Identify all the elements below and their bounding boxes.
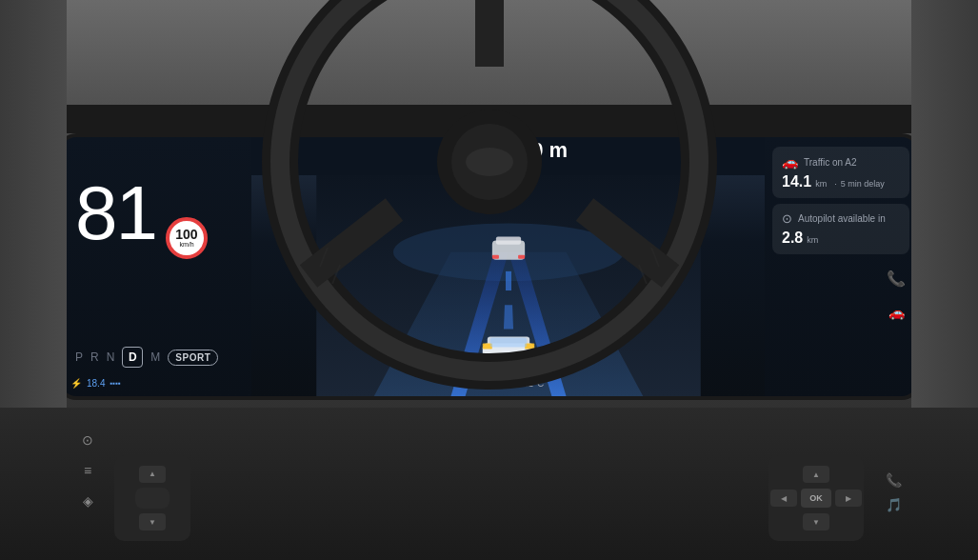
svg-rect-9 (495, 237, 520, 245)
battery-value: 18.4 (87, 378, 105, 389)
gear-p[interactable]: P (75, 350, 83, 364)
speed-display: 81 100 km/h (75, 175, 237, 264)
down-btn-right[interactable]: ▼ (803, 513, 829, 530)
right-wheel-icons: 📞 🎵 (886, 472, 902, 512)
autopilot-card-title: Autopilot available in (798, 213, 886, 224)
traffic-unit: km (815, 179, 827, 189)
right-btn-right[interactable]: ▶ (835, 490, 862, 507)
road-scene (251, 175, 765, 396)
car-connect-icon[interactable]: 🚗 (883, 299, 909, 326)
battery-bar: ▪▪▪▪ (110, 379, 120, 388)
traffic-card-title: Traffic on A2 (804, 157, 857, 168)
gear-d-active[interactable]: D (122, 347, 143, 368)
nav-distance-value: 400 m (509, 138, 568, 163)
phone-icon[interactable]: 📞 (883, 265, 909, 291)
status-center: 11:08 ❄ 21°C (472, 378, 544, 389)
left-panel: 81 100 km/h P R N D M SPORT ⚡ 18.4 ▪▪▪▪ (61, 137, 251, 396)
right-control-cluster: ▲ ◀ OK ▶ ▼ (768, 455, 864, 541)
nav-road-label: A2 (523, 163, 535, 174)
temp-value: 21°C (523, 378, 544, 389)
right-icon-1[interactable]: 📞 (886, 472, 902, 488)
nav-up-arrow-icon: ↑ (491, 140, 501, 162)
svg-rect-10 (491, 255, 498, 259)
center-panel: ↩ ↑ 400 m A2 (251, 137, 765, 396)
nav-header: ↩ ↑ 400 m A2 (251, 137, 765, 175)
traffic-distance-value: 14.1 (782, 173, 811, 190)
battery-icon: ⚡ (70, 378, 82, 389)
nav-direction: ↑ 400 m A2 (491, 138, 568, 174)
autopilot-unit: km (807, 235, 818, 245)
traffic-delay: · (834, 179, 837, 189)
up-btn-right[interactable]: ▲ (803, 466, 829, 483)
wheel-icon-2[interactable]: ≡ (76, 459, 99, 482)
right-icon-2[interactable]: 🎵 (886, 497, 902, 512)
up-btn-left[interactable]: ▲ (139, 466, 166, 483)
center-btn-left[interactable] (135, 488, 170, 509)
svg-rect-16 (489, 337, 526, 347)
wheel-icon-1[interactable]: ⊙ (76, 429, 99, 451)
autopilot-distance-value: 2.8 (782, 230, 803, 247)
autopilot-value-row: 2.8 km (782, 230, 900, 247)
right-panel: 🚗 Traffic on A2 14.1 km · 5 min delay ⊙ … (765, 137, 917, 396)
autopilot-info-card: ⊙ Autopilot available in 2.8 km (772, 204, 909, 254)
top-dashboard-area (0, 0, 978, 133)
ok-row: ◀ OK ▶ (770, 489, 862, 508)
gear-n[interactable]: N (107, 350, 115, 364)
wheel-icon-3[interactable]: ◈ (76, 490, 99, 512)
speed-limit-value: 100 (175, 228, 197, 241)
left-btn-right[interactable]: ◀ (770, 490, 797, 507)
gear-selector: P R N D M SPORT (75, 347, 237, 377)
side-icon-group: 📞 🚗 (772, 260, 909, 326)
instrument-cluster: 81 100 km/h P R N D M SPORT ⚡ 18.4 ▪▪▪▪ (61, 137, 917, 396)
turn-indicator: ↩ (449, 142, 477, 170)
down-btn-left[interactable]: ▼ (139, 513, 166, 530)
traffic-delay-text: 5 min delay (841, 179, 885, 189)
svg-marker-6 (503, 305, 512, 329)
traffic-value-row: 14.1 km · 5 min delay (782, 173, 900, 190)
bottom-bezel: ▲ ▼ ⊙ ≡ ◈ ▲ ◀ OK ▶ ▼ 📞 🎵 (0, 408, 978, 560)
time-display: 11:08 (472, 378, 496, 389)
status-left: ⚡ 18.4 ▪▪▪▪ (70, 378, 121, 389)
traffic-icon: 🚗 (782, 154, 798, 170)
svg-rect-11 (518, 255, 525, 259)
sport-mode-badge[interactable]: SPORT (168, 350, 218, 366)
speed-value: 81 (75, 175, 156, 251)
ok-button[interactable]: OK (801, 489, 831, 508)
speed-limit-unit: km/h (179, 241, 193, 248)
left-wheel-icons: ⊙ ≡ ◈ (76, 429, 99, 512)
speed-limit-badge: 100 km/h (166, 217, 208, 259)
svg-marker-5 (505, 271, 510, 290)
traffic-card-header: 🚗 Traffic on A2 (782, 154, 900, 170)
dashboard-top-bar (0, 105, 978, 133)
left-control-cluster: ▲ ▼ (114, 455, 190, 541)
nav-distance-display: ↑ 400 m (491, 138, 568, 163)
autopilot-card-header: ⊙ Autopilot available in (782, 211, 900, 226)
road-svg (251, 175, 765, 396)
autopilot-icon: ⊙ (782, 211, 792, 226)
temp-icon: ❄ (506, 378, 513, 389)
traffic-info-card: 🚗 Traffic on A2 14.1 km · 5 min delay (772, 147, 909, 198)
gear-m[interactable]: M (150, 350, 160, 364)
turn-arrow-icon: ↩ (456, 148, 469, 166)
gear-r[interactable]: R (90, 350, 99, 364)
dashboard-bezel: 81 100 km/h P R N D M SPORT ⚡ 18.4 ▪▪▪▪ (57, 133, 921, 400)
